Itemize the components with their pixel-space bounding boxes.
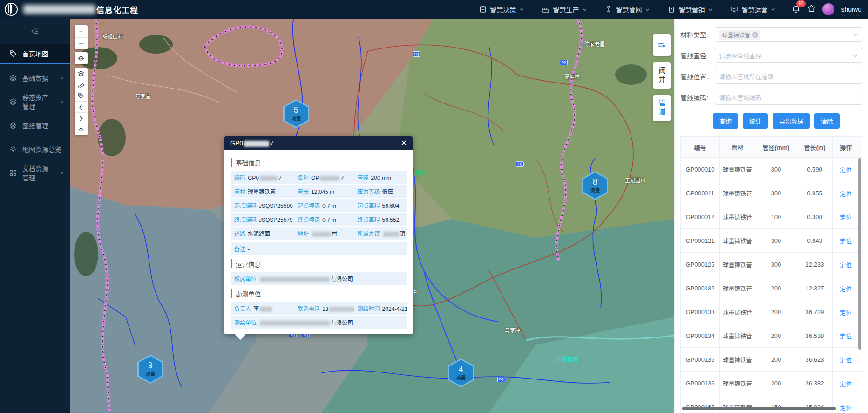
col-header-action: 操作 <box>833 137 859 157</box>
topbar-user-area: 93 shuiwu <box>792 3 861 15</box>
cluster-count: 4 <box>459 365 463 374</box>
zoom-in-button[interactable]: + <box>75 25 88 37</box>
avatar[interactable] <box>822 3 834 15</box>
cluster-count: 5 <box>294 106 298 115</box>
toggle-panel-icon <box>657 41 666 50</box>
remove-tag-icon[interactable]: ✕ <box>752 32 758 38</box>
cluster-label: 流量 <box>456 374 466 381</box>
export-data-button[interactable]: 导出数据 <box>773 113 810 129</box>
locate-link[interactable]: 定位 <box>840 355 852 364</box>
table-row: GP000011球墨铸铁管3000.955定位 <box>681 181 862 205</box>
nav-item-pipenet[interactable]: 智慧管网 <box>605 5 650 14</box>
tab-pipeline[interactable]: 管道 <box>653 95 671 121</box>
factory-icon <box>542 6 549 13</box>
selected-material-tag: 球墨铸铁管 ✕ <box>719 30 760 40</box>
username: shuiwu <box>841 6 861 13</box>
pipe-code-label: 管线编码: <box>680 93 715 102</box>
chevron-down-icon <box>853 53 858 58</box>
survey-grid: 负责人李 联系电话13 测绘时间2024-4-21 测绘单位有限公司 <box>231 302 407 329</box>
col-header-id: 编号 <box>681 137 720 157</box>
pipe-code-input[interactable] <box>719 94 858 101</box>
section-title-survey: 勘测单位 <box>231 289 407 298</box>
pipe-location-input[interactable] <box>719 73 858 80</box>
col-header-length: 管长(m) <box>797 137 833 157</box>
layer-tab-strip: 阀井 管道 <box>653 34 671 128</box>
nav-item-marketing[interactable]: 智慧营销 <box>668 5 713 14</box>
left-sidebar: 首页地图 基础数据 静态资产管理 图纸管理 地图资源总览 文档资源管理 <box>0 19 70 413</box>
sidebar-item-label: 静态资产管理 <box>22 92 54 111</box>
zoom-out-button[interactable]: − <box>75 37 88 49</box>
previous-tool-button[interactable] <box>75 102 88 113</box>
locate-link[interactable]: 定位 <box>840 403 852 412</box>
cluster-label: 流量 <box>292 115 301 122</box>
fq-marker[interactable]: FQ <box>560 60 568 65</box>
sidebar-item-doc-resources[interactable]: 文档资源管理 <box>0 163 70 183</box>
tab-valve-well[interactable]: 阀井 <box>653 62 671 89</box>
chevron-down-icon <box>771 7 776 12</box>
select-placeholder: 请选择管线直径 <box>719 51 761 60</box>
pipeline-table: 编号 管材 管径(mm) 管长(m) 操作 GP000010球墨铸铁管3000.… <box>680 136 862 412</box>
tower-icon <box>605 6 612 13</box>
sidebar-item-drawings[interactable]: 图纸管理 <box>0 115 70 136</box>
query-button[interactable]: 查询 <box>713 113 738 129</box>
locate-link[interactable]: 定位 <box>840 308 852 317</box>
tag-icon <box>9 50 17 57</box>
table-row: GP000121球墨铸铁管3000.643定位 <box>681 229 862 253</box>
fq-marker[interactable]: FQ <box>413 51 420 57</box>
nav-label: 智慧决策 <box>490 5 516 14</box>
map-place-label: 马家冲 <box>505 326 520 334</box>
pipe-detail-popup: GP07 ✕ 基础信息 编码GP07 名称GP7 管径200 mm 管材球墨铸铁… <box>224 136 413 334</box>
statistics-button[interactable]: 统计 <box>743 113 768 129</box>
notifications-button[interactable]: 93 <box>792 4 800 15</box>
app-logo-icon <box>5 3 18 16</box>
vertical-scrollbar[interactable] <box>858 158 861 350</box>
collapse-sidebar-icon[interactable] <box>31 27 39 35</box>
map-place-label: 白霓征湖 <box>557 355 577 363</box>
locate-link[interactable]: 定位 <box>840 213 852 221</box>
close-icon[interactable]: ✕ <box>401 139 407 147</box>
sidebar-item-basic-data[interactable]: 基础数据 <box>0 68 70 88</box>
sidebar-item-static-assets[interactable]: 静态资产管理 <box>0 91 70 112</box>
home-button[interactable] <box>807 4 816 15</box>
chevron-left-icon <box>78 104 84 110</box>
pipe-diameter-select[interactable]: 请选择管线直径 <box>715 48 862 63</box>
tag-icon <box>78 93 84 99</box>
next-tool-button[interactable] <box>75 113 88 124</box>
tab-label: 阀井 <box>657 67 667 84</box>
clear-button[interactable]: 清除 <box>814 113 840 129</box>
locate-button[interactable] <box>75 52 88 64</box>
gear-icon <box>9 145 17 153</box>
section-title-basic: 基础信息 <box>231 158 407 167</box>
locate-link[interactable]: 定位 <box>840 165 852 174</box>
horizontal-scrollbar[interactable] <box>682 407 836 410</box>
fq-marker[interactable]: FQ <box>516 161 524 167</box>
operation-unit-row: 权属单位有限公司 <box>231 272 407 285</box>
app-title: 信息化工程 <box>96 4 138 15</box>
nav-item-decision[interactable]: 智慧决策 <box>479 5 524 14</box>
material-type-select[interactable]: 球墨铸铁管 ✕ <box>715 27 862 42</box>
cluster-label: 流量 <box>590 186 600 193</box>
panel-toggle-button[interactable] <box>653 34 671 56</box>
basic-info-grid: 编码GP07 名称GP7 管径200 mm 管材球墨铸铁管 管长12.045 m… <box>231 171 407 255</box>
notification-badge: 93 <box>796 0 805 7</box>
table-header-row: 编号 管材 管径(mm) 管长(m) 操作 <box>681 137 862 158</box>
map-canvas[interactable]: 联峰山村 陈家老屋 蒲塘村 万家屋 王妃园村 全井水 七家冲 马家冲 白霓征湖 … <box>70 19 674 413</box>
sidebar-item-home-map[interactable]: 首页地图 <box>0 44 70 64</box>
tag-tool-button[interactable] <box>75 90 88 102</box>
locate-link[interactable]: 定位 <box>840 236 852 245</box>
locate-link[interactable]: 定位 <box>840 379 852 388</box>
fq-marker[interactable]: FQ <box>497 377 505 382</box>
nav-item-production[interactable]: 智慧生产 <box>542 5 587 14</box>
locate-link[interactable]: 定位 <box>840 284 852 293</box>
locate-link[interactable]: 定位 <box>840 331 852 340</box>
locate-link[interactable]: 定位 <box>840 260 852 269</box>
layers-tool-button[interactable] <box>75 68 88 79</box>
locate-link[interactable]: 定位 <box>840 189 852 198</box>
measure-tool-button[interactable] <box>75 79 88 90</box>
center-tool-button[interactable] <box>75 124 88 135</box>
col-header-material: 管材 <box>720 137 755 157</box>
pipe-location-label: 管线位置: <box>680 72 715 81</box>
nav-item-operation[interactable]: 智慧运营 <box>731 5 776 14</box>
sidebar-item-map-resources[interactable]: 地图资源总览 <box>0 139 70 159</box>
layers-icon <box>9 98 17 105</box>
